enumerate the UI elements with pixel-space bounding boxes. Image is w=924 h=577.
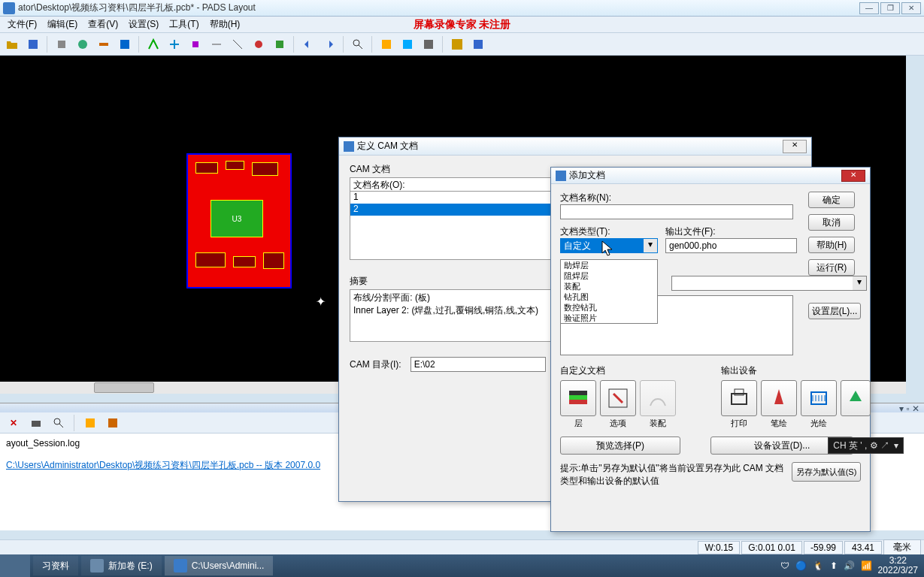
- svg-point-6: [255, 41, 262, 48]
- dimension-icon[interactable]: [229, 35, 247, 53]
- tool-icon[interactable]: [377, 35, 395, 53]
- tray-icon[interactable]: 🔊: [844, 560, 855, 571]
- drill-button[interactable]: [841, 380, 871, 416]
- photoplot-button[interactable]: [801, 380, 837, 416]
- log-link[interactable]: C:\Users\Administrator\Desktop\视频练习资料\四层…: [6, 460, 320, 470]
- watermark-text: 屏幕录像专家 未注册: [414, 18, 511, 32]
- close-icon[interactable]: ✕: [5, 414, 23, 432]
- tray-icon[interactable]: 📶: [861, 560, 872, 571]
- tool-icon[interactable]: [81, 414, 99, 432]
- svg-rect-10: [403, 40, 412, 49]
- svg-rect-12: [452, 39, 462, 50]
- panel-pin-icon[interactable]: ▾ ▫ ✕: [899, 403, 919, 412]
- redo-icon[interactable]: [320, 35, 338, 53]
- dropdown-item[interactable]: 钻孔图: [561, 292, 657, 302]
- taskbar-item[interactable]: C:\Users\Admini...: [165, 556, 274, 575]
- tool-icon[interactable]: [53, 35, 71, 53]
- title-bar: ator\Desktop\视频练习资料\四层半孔板.pcb* - PADS La…: [0, 0, 924, 17]
- svg-rect-0: [29, 40, 38, 49]
- svg-rect-9: [382, 40, 391, 49]
- system-tray[interactable]: 🛡 🔵 🐧 ⬆ 🔊 📶 3:22 2022/3/27: [780, 556, 924, 575]
- tray-icon[interactable]: 🐧: [813, 560, 824, 571]
- undo-icon[interactable]: [299, 35, 317, 53]
- options-button[interactable]: [600, 380, 636, 416]
- dimension-icon[interactable]: [208, 35, 226, 53]
- penplot-button[interactable]: [761, 380, 797, 416]
- zoom-icon[interactable]: [349, 35, 367, 53]
- taskbar-item[interactable]: 新加卷 (E:): [81, 556, 162, 575]
- taskbar-item[interactable]: 习资料: [33, 556, 78, 575]
- preview-button[interactable]: 预览选择(P): [560, 437, 680, 455]
- maximize-button[interactable]: ❐: [880, 2, 900, 14]
- save-default-button[interactable]: 另存为默认值(S): [792, 462, 861, 482]
- menu-help[interactable]: 帮助(H): [205, 17, 245, 32]
- window-title: ator\Desktop\视频练习资料\四层半孔板.pcb* - PADS La…: [18, 2, 859, 14]
- tool-icon[interactable]: [74, 35, 92, 53]
- tool-icon[interactable]: [398, 35, 417, 53]
- start-button[interactable]: [0, 554, 30, 577]
- run-button[interactable]: 运行(R): [808, 259, 855, 276]
- secondary-combo[interactable]: ▾: [671, 276, 867, 291]
- ok-button[interactable]: 确定: [808, 192, 855, 208]
- tray-icon[interactable]: ⬆: [830, 560, 838, 571]
- dropdown-item[interactable]: 助焊层: [561, 260, 657, 270]
- save-icon[interactable]: [24, 35, 42, 53]
- chevron-down-icon[interactable]: ▾: [853, 276, 866, 290]
- route-icon[interactable]: [144, 35, 162, 53]
- outfile-input[interactable]: [665, 238, 797, 253]
- assembly-button: [640, 380, 676, 416]
- dialog-close-button[interactable]: ✕: [783, 140, 807, 153]
- tray-icon[interactable]: 🛡: [780, 560, 789, 571]
- route-icon[interactable]: [165, 35, 183, 53]
- svg-rect-4: [120, 40, 129, 49]
- print-button[interactable]: [721, 380, 757, 416]
- status-w: W:0.15: [698, 541, 740, 554]
- menu-tools[interactable]: 工具(T): [165, 17, 203, 32]
- dropdown-item[interactable]: 验证照片: [561, 313, 657, 323]
- print-icon[interactable]: [27, 414, 45, 432]
- tool-icon[interactable]: [250, 35, 268, 53]
- tray-icon[interactable]: 🔵: [795, 560, 807, 571]
- setlayer-button[interactable]: 设置层(L)...: [808, 303, 861, 319]
- dialog-title: 添加文档: [569, 169, 605, 182]
- doctype-label: 文档类型(T):: [560, 225, 658, 238]
- tool-icon[interactable]: [420, 35, 438, 53]
- dropdown-item[interactable]: 阻焊层: [561, 270, 657, 281]
- minimize-button[interactable]: —: [859, 2, 879, 14]
- cancel-button[interactable]: 取消: [808, 214, 855, 231]
- menu-view[interactable]: 查看(V): [83, 17, 123, 32]
- svg-rect-13: [569, 400, 587, 404]
- svg-rect-22: [86, 418, 95, 427]
- menu-settings[interactable]: 设置(S): [124, 17, 163, 32]
- layers-button[interactable]: [560, 380, 596, 416]
- dialog-close-button[interactable]: ✕: [841, 170, 865, 182]
- dropdown-item[interactable]: 数控钻孔: [561, 302, 657, 313]
- tool-icon[interactable]: [95, 35, 113, 53]
- open-icon[interactable]: [3, 35, 21, 53]
- tool-icon[interactable]: [116, 35, 134, 53]
- doctype-dropdown[interactable]: 助焊层 阻焊层 装配 钻孔图 数控钻孔 验证照片: [560, 259, 658, 324]
- help-button[interactable]: 帮助(H): [808, 237, 855, 253]
- tool-icon[interactable]: [448, 35, 466, 53]
- find-icon[interactable]: [50, 414, 68, 432]
- menu-file[interactable]: 文件(F): [3, 17, 41, 32]
- camdir-input[interactable]: [410, 357, 546, 372]
- dropdown-item[interactable]: 装配: [561, 281, 657, 292]
- menu-edit[interactable]: 编辑(E): [43, 17, 82, 32]
- ime-toolbar[interactable]: CH 英 ' , ⚙ ↗ ▾: [828, 437, 904, 454]
- taskbar: 习资料 新加卷 (E:) C:\Users\Admini... 🛡 🔵 🐧 ⬆ …: [0, 554, 924, 577]
- tool-icon[interactable]: [104, 414, 122, 432]
- add-doc-dialog: 添加文档 ✕ 确定 取消 帮助(H) 运行(R) 设置层(L)... 文档名称(…: [550, 167, 871, 532]
- close-button[interactable]: ✕: [901, 2, 921, 14]
- tool-icon[interactable]: [271, 35, 289, 53]
- tool-icon[interactable]: [469, 35, 487, 53]
- svg-rect-3: [99, 43, 108, 46]
- app-icon: [3, 2, 15, 14]
- docname-input[interactable]: [560, 204, 793, 219]
- svg-rect-20: [32, 421, 41, 427]
- taskbar-clock[interactable]: 3:22 2022/3/27: [878, 556, 918, 575]
- chevron-down-icon[interactable]: ▾: [644, 239, 657, 252]
- hint-text: 提示:单击"另存为默认值"将当前设置另存为此 CAM 文档类型和输出设备的默认值: [560, 462, 787, 488]
- route-icon[interactable]: [186, 35, 204, 53]
- status-g: G:0.01 0.01: [741, 541, 802, 554]
